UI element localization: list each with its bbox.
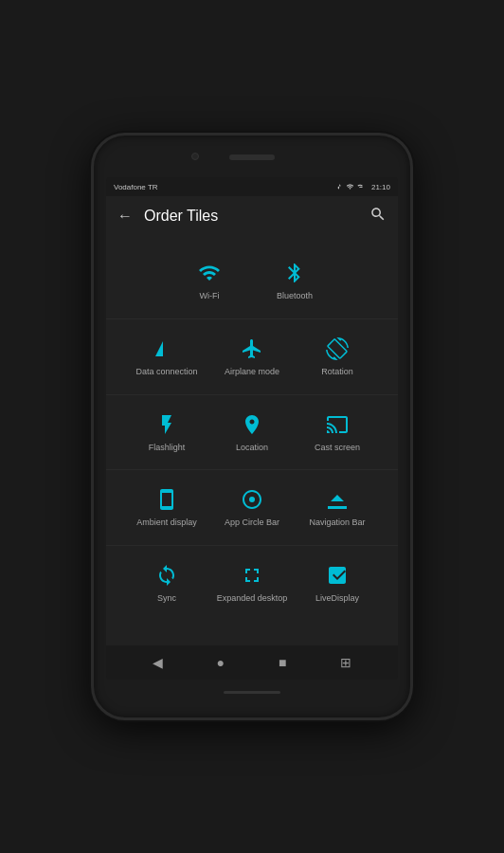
rotation-label: Rotation bbox=[321, 367, 353, 377]
flashlight-label: Flashlight bbox=[149, 443, 186, 453]
tile-desktop[interactable]: Expanded desktop bbox=[209, 555, 295, 611]
phone-bottom bbox=[224, 680, 280, 699]
location-icon bbox=[241, 412, 263, 437]
phone-frame: Vodafone TR 21:10 ← Order Tiles bbox=[91, 133, 413, 720]
tile-bluetooth[interactable]: Bluetooth bbox=[252, 253, 337, 309]
status-right: 21:10 bbox=[335, 182, 390, 191]
cast-icon bbox=[326, 412, 349, 437]
tile-cast[interactable]: Cast screen bbox=[295, 405, 380, 461]
ambient-label: Ambient display bbox=[136, 517, 197, 528]
tiles-grid: Wi-Fi Bluetooth Data connection bbox=[106, 236, 398, 645]
data-connection-icon bbox=[155, 336, 178, 361]
home-indicator bbox=[224, 691, 280, 694]
location-label: Location bbox=[236, 443, 268, 453]
status-bar: Vodafone TR 21:10 bbox=[106, 177, 398, 196]
home-button[interactable]: ● bbox=[209, 651, 232, 674]
airplane-label: Airplane mode bbox=[225, 367, 279, 377]
tile-wifi[interactable]: Wi-Fi bbox=[167, 253, 252, 309]
search-button[interactable] bbox=[369, 206, 387, 227]
toolbar: ← Order Tiles bbox=[106, 196, 398, 236]
bluetooth-icon bbox=[283, 261, 306, 285]
tile-location[interactable]: Location bbox=[209, 405, 295, 461]
bluetooth-label: Bluetooth bbox=[277, 291, 313, 301]
bottom-nav: ◀ ● ■ ⊞ bbox=[106, 645, 398, 680]
speaker bbox=[229, 154, 275, 160]
expanded-desktop-icon bbox=[241, 563, 263, 588]
tile-row-1: Wi-Fi Bluetooth bbox=[106, 244, 398, 319]
desktop-label: Expanded desktop bbox=[217, 593, 288, 604]
tile-rotation[interactable]: Rotation bbox=[295, 329, 380, 385]
tile-row-2: Data connection Airplane mode Rotation bbox=[106, 319, 398, 395]
rotation-icon bbox=[326, 336, 349, 361]
navbar-label: Navigation Bar bbox=[309, 517, 365, 528]
tile-airplane[interactable]: Airplane mode bbox=[209, 329, 295, 385]
airplane-icon bbox=[241, 336, 263, 361]
navbar-icon bbox=[326, 487, 349, 512]
tile-ambient[interactable]: Ambient display bbox=[124, 480, 209, 535]
time-text: 21:10 bbox=[371, 183, 390, 191]
livedisplay-label: LiveDisplay bbox=[315, 593, 359, 604]
livedisplay-icon bbox=[326, 563, 349, 588]
wifi-icon bbox=[198, 261, 221, 285]
cast-label: Cast screen bbox=[315, 443, 360, 453]
tile-row-4: Ambient display App Circle Bar Navigatio… bbox=[106, 470, 398, 546]
tile-row-3: Flashlight Location Cast screen bbox=[106, 395, 398, 471]
tile-appcircle[interactable]: App Circle Bar bbox=[209, 480, 295, 535]
ambient-icon bbox=[155, 487, 178, 512]
svg-point-1 bbox=[249, 497, 255, 502]
sync-label: Sync bbox=[157, 593, 176, 604]
appcircle-icon bbox=[241, 487, 263, 512]
screen: Vodafone TR 21:10 ← Order Tiles bbox=[106, 177, 398, 680]
back-nav-button[interactable]: ◀ bbox=[145, 651, 171, 674]
camera bbox=[191, 153, 199, 160]
tile-flashlight[interactable]: Flashlight bbox=[124, 405, 209, 461]
recents-button[interactable]: ■ bbox=[271, 651, 294, 674]
tile-data[interactable]: Data connection bbox=[124, 329, 209, 385]
tile-livedisplay[interactable]: LiveDisplay bbox=[295, 555, 380, 611]
phone-top-bar bbox=[101, 147, 403, 173]
sync-icon bbox=[155, 563, 178, 588]
signal-icon bbox=[357, 182, 367, 191]
flashlight-icon bbox=[155, 412, 178, 437]
tile-sync[interactable]: Sync bbox=[124, 555, 209, 611]
tile-row-5: Sync Expanded desktop LiveDisplay bbox=[106, 546, 398, 621]
menu-button[interactable]: ⊞ bbox=[333, 651, 359, 674]
back-button[interactable]: ← bbox=[117, 208, 133, 225]
data-label: Data connection bbox=[135, 367, 197, 377]
page-title: Order Tiles bbox=[144, 208, 369, 225]
tile-navbar[interactable]: Navigation Bar bbox=[295, 480, 380, 535]
appcircle-label: App Circle Bar bbox=[225, 517, 279, 528]
wifi-label: Wi-Fi bbox=[200, 291, 220, 301]
bluetooth-status-icon bbox=[335, 182, 343, 191]
carrier-text: Vodafone TR bbox=[114, 183, 158, 191]
wifi-status-icon bbox=[346, 183, 354, 191]
